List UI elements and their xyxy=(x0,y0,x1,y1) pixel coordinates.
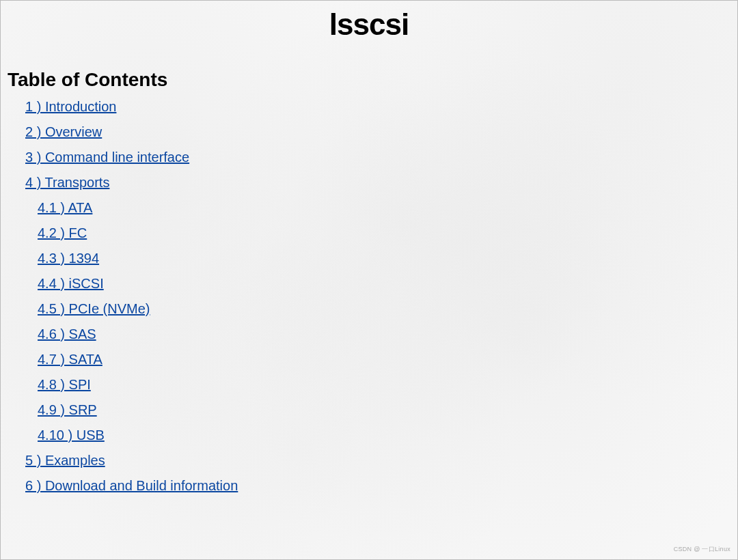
toc-subitem-iscsi: 4.4 ) iSCSI xyxy=(38,276,737,292)
toc-link-overview[interactable]: 2 ) Overview xyxy=(25,124,102,139)
toc-subitem-pcie: 4.5 ) PCIe (NVMe) xyxy=(38,301,737,317)
toc-link-examples[interactable]: 5 ) Examples xyxy=(25,453,105,468)
watermark: CSDN @ 一口Linux xyxy=(674,545,730,554)
toc-link-fc[interactable]: 4.2 ) FC xyxy=(38,225,87,240)
toc-subitem-1394: 4.3 ) 1394 xyxy=(38,251,737,266)
toc-link-introduction[interactable]: 1 ) Introduction xyxy=(25,99,116,114)
toc-item-cli: 3 ) Command line interface xyxy=(25,150,737,165)
toc-link-pcie[interactable]: 4.5 ) PCIe (NVMe) xyxy=(38,301,150,316)
toc-subitem-srp: 4.9 ) SRP xyxy=(38,402,737,418)
toc-subitem-spi: 4.8 ) SPI xyxy=(38,377,737,393)
toc-item-download: 6 ) Download and Build information xyxy=(25,478,737,494)
toc-subitem-sata: 4.7 ) SATA xyxy=(38,352,737,367)
toc-item-transports: 4 ) Transports 4.1 ) ATA 4.2 ) FC 4.3 ) … xyxy=(25,175,737,443)
toc-list: 1 ) Introduction 2 ) Overview 3 ) Comman… xyxy=(1,99,737,494)
toc-link-download[interactable]: 6 ) Download and Build information xyxy=(25,478,238,493)
toc-link-srp[interactable]: 4.9 ) SRP xyxy=(38,402,97,417)
toc-item-overview: 2 ) Overview xyxy=(25,124,737,140)
toc-link-sata[interactable]: 4.7 ) SATA xyxy=(38,352,102,367)
toc-subitem-fc: 4.2 ) FC xyxy=(38,225,737,241)
toc-link-cli[interactable]: 3 ) Command line interface xyxy=(25,150,189,165)
toc-link-1394[interactable]: 4.3 ) 1394 xyxy=(38,251,99,266)
toc-sublist-transports: 4.1 ) ATA 4.2 ) FC 4.3 ) 1394 4.4 ) iSCS… xyxy=(25,200,737,443)
toc-link-ata[interactable]: 4.1 ) ATA xyxy=(38,200,92,215)
toc-subitem-ata: 4.1 ) ATA xyxy=(38,200,737,216)
toc-heading: Table of Contents xyxy=(1,69,737,99)
toc-subitem-sas: 4.6 ) SAS xyxy=(38,326,737,342)
toc-link-spi[interactable]: 4.8 ) SPI xyxy=(38,377,91,392)
toc-link-transports[interactable]: 4 ) Transports xyxy=(25,175,109,190)
toc-item-introduction: 1 ) Introduction xyxy=(25,99,737,115)
toc-subitem-usb: 4.10 ) USB xyxy=(38,428,737,443)
toc-link-sas[interactable]: 4.6 ) SAS xyxy=(38,326,96,341)
toc-link-iscsi[interactable]: 4.4 ) iSCSI xyxy=(38,276,104,291)
page-title: lsscsi xyxy=(1,1,737,69)
toc-link-usb[interactable]: 4.10 ) USB xyxy=(38,428,105,443)
toc-item-examples: 5 ) Examples xyxy=(25,453,737,468)
